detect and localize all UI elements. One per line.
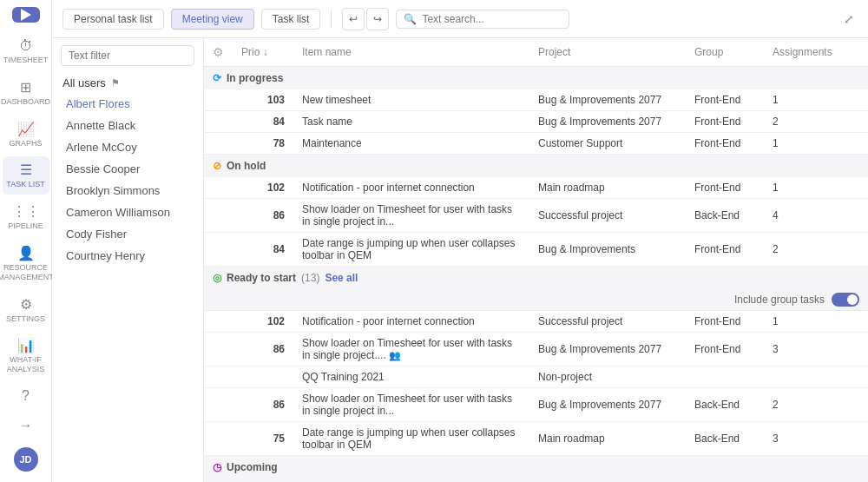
timesheet-icon: ⏱	[19, 38, 33, 54]
user-item-albert[interactable]: Albert Flores	[56, 93, 200, 115]
sidebar-item-what-if[interactable]: 📊 WHAT-IF ANALYSIS	[3, 332, 49, 380]
item-name-cell: Notification - poor internet connection	[293, 311, 529, 333]
project-cell: Main roadmap	[529, 422, 686, 456]
sidebar-item-timesheet[interactable]: ⏱ TIMESHEET	[3, 33, 49, 70]
sidebar-item-pipeline[interactable]: ⋮⋮ PIPELINE	[3, 198, 49, 236]
project-cell: Customer Support	[529, 133, 686, 155]
sidebar-item-resource[interactable]: 👤 RESOURCE MANAGEMENT	[3, 240, 49, 287]
group-cell: Back-End	[686, 422, 764, 456]
prio-cell: 102	[233, 311, 293, 333]
prio-cell: 86	[233, 388, 293, 422]
th-settings[interactable]: ⚙	[204, 38, 233, 67]
group-cell: Front-End	[686, 233, 764, 267]
tab-personal[interactable]: Personal task list	[62, 9, 164, 30]
th-group[interactable]: Group	[686, 38, 764, 67]
section-label-ready: Ready to start	[227, 272, 296, 284]
expand-button[interactable]: ⤢	[840, 9, 858, 30]
th-item[interactable]: Item name	[293, 38, 529, 67]
sidebar-item-graphs[interactable]: 📈 GRAPHS	[3, 116, 49, 154]
assign-cell: 1	[764, 89, 868, 111]
task-row-on-hold-1[interactable]: 86 Show loader on Timesheet for user wit…	[204, 199, 868, 233]
assign-cell: 2	[764, 233, 868, 267]
search-input[interactable]	[422, 13, 562, 25]
th-project[interactable]: Project	[529, 38, 686, 67]
what-if-icon: 📊	[17, 337, 35, 353]
logout-icon: →	[19, 418, 33, 433]
item-name-cell: New timesheet	[293, 89, 529, 111]
all-users-header[interactable]: All users ⚑	[52, 73, 203, 93]
project-cell: Successful project	[529, 311, 686, 333]
task-table: ⚙ Prio ↓ Item name Project Group Assignm…	[204, 38, 868, 482]
item-name-cell: Maintenance	[293, 133, 529, 155]
prio-cell: 86	[233, 333, 293, 366]
task-row-ready-3[interactable]: 86 Show loader on Timesheet for user wit…	[204, 388, 868, 422]
th-assignments[interactable]: Assignments	[764, 38, 868, 67]
sidebar-item-task-list[interactable]: ☰ TASK LIST	[3, 156, 49, 195]
filter-icon: ⚑	[111, 77, 120, 89]
th-prio[interactable]: Prio ↓	[233, 38, 293, 67]
user-avatar[interactable]: JD	[3, 442, 49, 477]
tab-meeting[interactable]: Meeting view	[171, 9, 254, 30]
group-cell	[686, 366, 764, 388]
sidebar-item-dashboard[interactable]: ⊞ DASHBOARD	[3, 74, 49, 112]
app-logo[interactable]	[12, 7, 40, 23]
resource-icon: 👤	[17, 245, 35, 261]
multi-assign-icon: 👥	[389, 350, 401, 360]
user-item-annette[interactable]: Annette Black	[56, 115, 200, 136]
user-item-arlene[interactable]: Arlene McCoy	[56, 136, 200, 158]
task-row-ready-2[interactable]: QQ Training 2021 Non-project	[204, 366, 868, 388]
prio-cell: 78	[233, 133, 293, 155]
assign-cell: 2	[764, 388, 868, 422]
project-cell: Successful project	[529, 199, 686, 233]
user-item-courtney[interactable]: Courtney Henry	[56, 245, 200, 267]
sidebar-item-help[interactable]: ?	[3, 383, 49, 409]
prio-cell: 84	[233, 111, 293, 133]
body-layout: All users ⚑ Albert Flores Annette Black …	[52, 38, 868, 482]
sidebar-item-settings[interactable]: ⚙ SETTINGS	[3, 291, 49, 329]
item-name-cell: Show loader on Timesheet for user with t…	[293, 333, 529, 366]
toolbar-divider	[331, 10, 332, 28]
item-name-cell: Show loader on Timesheet for user with t…	[293, 199, 529, 233]
table-header-row: ⚙ Prio ↓ Item name Project Group Assignm…	[204, 38, 868, 67]
user-item-cody[interactable]: Cody Fisher	[56, 223, 200, 245]
users-filter-input[interactable]	[61, 45, 194, 66]
task-list-icon: ☰	[20, 162, 32, 178]
task-row-in-progress-2[interactable]: 78 Maintenance Customer Support Front-En…	[204, 133, 868, 155]
project-cell: Bug & Improvements 2077	[529, 111, 686, 133]
users-sidebar: All users ⚑ Albert Flores Annette Black …	[52, 38, 204, 482]
section-icon-upcoming: ◷	[213, 461, 221, 473]
item-name-cell: Notification - poor internet connection	[293, 177, 529, 199]
task-row-ready-4[interactable]: 75 Date range is jumping up when user co…	[204, 422, 868, 456]
task-row-on-hold-0[interactable]: 102 Notification - poor internet connect…	[204, 177, 868, 199]
user-item-cameron[interactable]: Cameron Williamson	[56, 201, 200, 223]
user-item-bessie[interactable]: Bessie Cooper	[56, 158, 200, 180]
section-see-all-ready[interactable]: See all	[325, 272, 358, 284]
task-row-in-progress-1[interactable]: 84 Task name Bug & Improvements 2077 Fro…	[204, 111, 868, 133]
section-label-on-hold: On hold	[227, 160, 266, 172]
section-label-upcoming: Upcoming	[227, 461, 278, 473]
task-row-on-hold-2[interactable]: 84 Date range is jumping up when user co…	[204, 233, 868, 267]
task-row-ready-0[interactable]: 102 Notification - poor internet connect…	[204, 311, 868, 333]
include-group-row-ready: Include group tasks	[204, 289, 868, 311]
redo-button[interactable]: ↪	[366, 8, 389, 30]
undo-button[interactable]: ↩	[342, 8, 365, 30]
item-name-cell: QQ Training 2021	[293, 366, 529, 388]
prio-cell: 75	[233, 422, 293, 456]
include-group-toggle-ready[interactable]	[832, 293, 859, 307]
assign-cell: 2	[764, 111, 868, 133]
search-box[interactable]: 🔍	[396, 10, 569, 29]
search-icon: 🔍	[404, 13, 417, 25]
group-cell: Front-End	[686, 89, 764, 111]
tab-task[interactable]: Task list	[261, 9, 321, 30]
group-cell: Front-End	[686, 311, 764, 333]
task-row-ready-1[interactable]: 86 Show loader on Timesheet for user wit…	[204, 333, 868, 366]
project-cell: Bug & Improvements 2077	[529, 333, 686, 366]
prio-cell: 102	[233, 177, 293, 199]
dashboard-icon: ⊞	[20, 79, 31, 96]
task-row-in-progress-0[interactable]: 103 New timesheet Bug & Improvements 207…	[204, 89, 868, 111]
section-label-in-progress: In progress	[227, 72, 283, 84]
user-item-brooklyn[interactable]: Brooklyn Simmons	[56, 180, 200, 201]
sidebar-item-logout[interactable]: →	[3, 413, 49, 439]
assign-cell: 1	[764, 311, 868, 333]
section-count-ready: (13)	[301, 272, 319, 284]
